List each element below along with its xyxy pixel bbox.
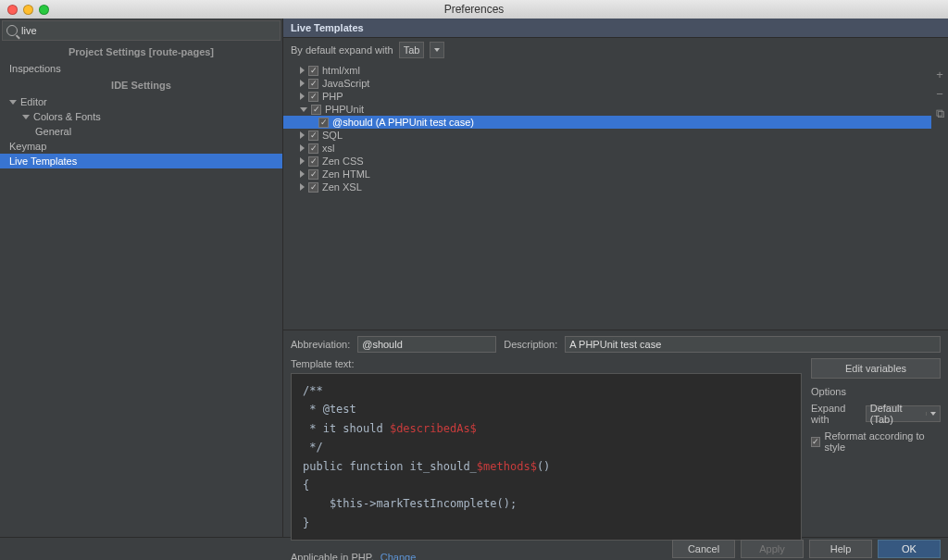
edit-variables-button[interactable]: Edit variables <box>811 358 941 379</box>
template-group[interactable]: xsl <box>283 142 931 155</box>
group-checkbox[interactable] <box>308 143 318 154</box>
ok-button[interactable]: OK <box>878 540 941 558</box>
change-context-link[interactable]: Change <box>380 552 417 560</box>
group-checkbox[interactable] <box>311 105 321 115</box>
sidebar-item-live-templates[interactable]: Live Templates <box>0 154 282 168</box>
reformat-checkbox[interactable] <box>811 437 820 447</box>
expand-with-label: By default expand with <box>291 44 393 56</box>
remove-button[interactable]: − <box>936 87 943 101</box>
chevron-right-icon <box>300 183 305 191</box>
group-label: html/xml <box>322 65 360 76</box>
group-label: Zen CSS <box>322 156 364 167</box>
template-label: @should (A PHPUnit test case) <box>332 117 474 128</box>
abbrev-input[interactable] <box>357 336 496 353</box>
search-input[interactable] <box>21 25 276 36</box>
group-label: xsl <box>322 143 334 154</box>
template-tree[interactable]: html/xmlJavaScriptPHPPHPUnit@should (A P… <box>283 62 931 330</box>
chevron-right-icon <box>300 157 305 165</box>
template-item[interactable]: @should (A PHPUnit test case) <box>283 116 931 129</box>
group-checkbox[interactable] <box>308 92 318 102</box>
chevron-right-icon <box>300 144 305 152</box>
group-checkbox[interactable] <box>308 131 318 141</box>
chevron-down-icon <box>300 107 307 112</box>
apply-button[interactable]: Apply <box>741 540 804 558</box>
section-project-settings: Project Settings [route-pages] <box>0 43 282 61</box>
group-checkbox[interactable] <box>308 182 318 193</box>
add-button[interactable]: + <box>936 68 943 81</box>
sidebar-item-editor[interactable]: Editor <box>0 94 282 109</box>
abbrev-label: Abbreviation: <box>291 339 350 350</box>
chevron-right-icon <box>300 170 305 178</box>
group-checkbox[interactable] <box>308 79 318 89</box>
group-label: PHPUnit <box>325 104 364 115</box>
chevron-right-icon <box>300 67 305 74</box>
template-group[interactable]: SQL <box>283 129 931 142</box>
expand-with-label-2: Expand with <box>811 403 862 425</box>
template-group[interactable]: Zen XSL <box>283 180 931 193</box>
reformat-label: Reformat according to style <box>824 430 941 453</box>
applicable-label: Applicable in PHP. <box>291 552 374 560</box>
group-label: Zen HTML <box>322 168 370 180</box>
chevron-right-icon <box>300 93 305 100</box>
template-group[interactable]: html/xml <box>283 64 931 77</box>
search-box[interactable] <box>2 20 281 41</box>
template-group[interactable]: JavaScript <box>283 77 931 90</box>
expand-with-combo[interactable]: Tab <box>399 42 425 58</box>
chevron-down-icon <box>930 412 936 416</box>
sidebar-item-colors[interactable]: Colors & Fonts <box>0 109 282 124</box>
group-label: SQL <box>322 130 343 141</box>
help-button[interactable]: Help <box>809 540 872 558</box>
copy-button[interactable]: ⧉ <box>936 106 944 121</box>
group-checkbox[interactable] <box>308 169 318 180</box>
sidebar-item-inspections[interactable]: Inspections <box>0 61 282 76</box>
chevron-right-icon <box>300 131 305 139</box>
group-label: JavaScript <box>322 78 369 89</box>
template-group[interactable]: Zen HTML <box>283 168 931 180</box>
template-group[interactable]: PHPUnit <box>283 103 931 116</box>
expand-with-dropdown[interactable] <box>430 42 444 58</box>
desc-input[interactable] <box>565 336 941 353</box>
expand-with-combo-2[interactable]: Default (Tab) <box>866 405 941 422</box>
panel-title: Live Templates <box>283 19 948 38</box>
group-checkbox[interactable] <box>308 156 318 167</box>
sidebar-item-keymap[interactable]: Keymap <box>0 139 282 154</box>
cancel-button[interactable]: Cancel <box>672 540 735 558</box>
chevron-right-icon <box>300 80 305 87</box>
sidebar-item-general[interactable]: General <box>0 124 282 139</box>
template-group[interactable]: Zen CSS <box>283 155 931 168</box>
chevron-down-icon <box>22 115 30 119</box>
section-ide-settings: IDE Settings <box>0 76 282 94</box>
main-panel: Live Templates By default expand with Ta… <box>283 19 948 537</box>
search-icon <box>6 25 18 36</box>
options-label: Options <box>811 386 941 397</box>
template-text-label: Template text: <box>291 358 802 369</box>
template-group[interactable]: PHP <box>283 90 931 103</box>
chevron-down-icon <box>434 48 440 52</box>
template-editor[interactable]: /** * @test * it should $describedAs$ */… <box>291 373 802 541</box>
chevron-down-icon <box>9 100 17 105</box>
template-checkbox[interactable] <box>318 118 329 128</box>
group-checkbox[interactable] <box>308 66 318 76</box>
group-label: Zen XSL <box>322 181 362 193</box>
desc-label: Description: <box>504 339 557 350</box>
sidebar: Project Settings [route-pages] Inspectio… <box>0 19 283 537</box>
group-label: PHP <box>322 91 343 102</box>
window-title: Preferences <box>0 3 948 16</box>
title-bar: Preferences <box>0 0 948 19</box>
